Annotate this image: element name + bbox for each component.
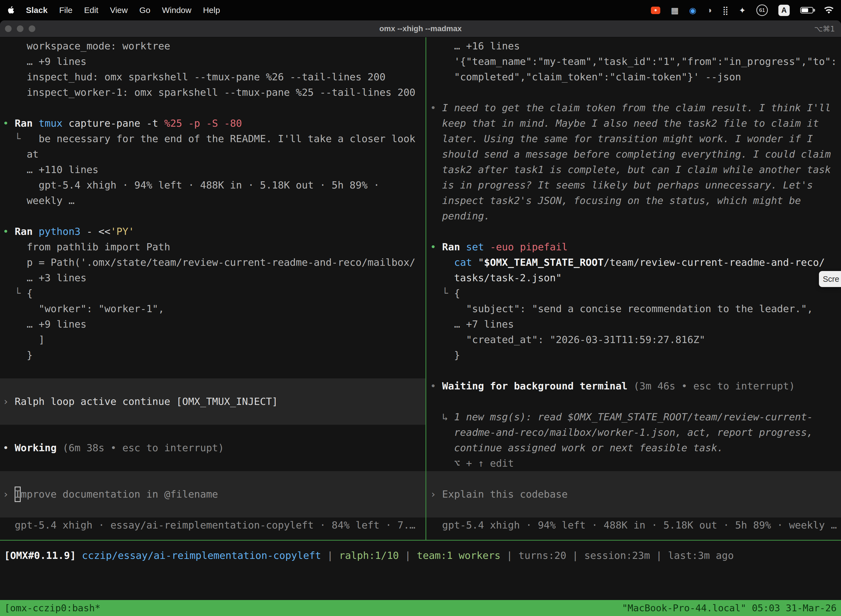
tmux-bottom-pane[interactable]: [OMX#0.11.9] cczip/essay/ai-reimplementa… — [0, 541, 841, 600]
waiting-status: • Waiting for background terminal (3m 46… — [426, 378, 841, 394]
window-title: omx --xhigh --madmax — [0, 24, 841, 33]
terminal-line: … +16 lines — [426, 38, 841, 54]
terminal-line: … +9 lines — [0, 317, 425, 332]
terminal-line: keep that in mind. Maybe I also need the… — [426, 116, 841, 131]
terminal-line: cat "$OMX_TEAM_STATE_ROOT/team/review-cu… — [426, 255, 841, 270]
terminal-line: p = Path('.omx/state/team/review-current… — [0, 255, 425, 270]
spark-app-icon[interactable]: ✦ — [739, 6, 746, 15]
battery-icon[interactable] — [800, 7, 813, 13]
composer-input-right[interactable]: › Explain this codebase — [426, 471, 841, 518]
blank-line — [426, 85, 841, 100]
menu-window[interactable]: Window — [162, 6, 192, 15]
terminal-line: … +7 lines — [426, 317, 841, 332]
blank-line — [0, 363, 425, 378]
menu-help[interactable]: Help — [203, 6, 220, 15]
terminal-line: ] — [0, 332, 425, 348]
dark-circle-app-icon[interactable]: ◑ — [707, 6, 712, 15]
menu-bar-status-icons: ▦ ◉ ◑ ⣿ ✦ 61 A — [651, 4, 834, 16]
command-ran-tmux: • Ran tmux capture-pane -t %25 -p -S -80 — [0, 116, 425, 131]
tmux-panes: workspace_mode: worktree … +9 lines insp… — [0, 37, 841, 541]
apple-icon[interactable] — [7, 6, 14, 14]
assistant-thinking: • I need to get the claim token from the… — [426, 100, 841, 116]
omx-status-line: [OMX#0.11.9] cczip/essay/ai-reimplementa… — [0, 548, 841, 563]
terminal-line: … +9 lines — [0, 54, 425, 69]
terminal-line: continue assigned work or next feasible … — [426, 440, 841, 456]
terminal-line: pending. — [426, 208, 841, 224]
terminal-line: "completed","claim_token":"claim-token"}… — [426, 69, 841, 85]
screen-notification-tooltip: Scre — [819, 271, 841, 287]
terminal-line: "subject": "send a concise recommendatio… — [426, 301, 841, 317]
terminal-window: omx --xhigh --madmax ⌥⌘1 workspace_mode:… — [0, 21, 841, 616]
terminal-line: gpt-5.4 xhigh · 94% left · 488K in · 5.1… — [0, 177, 425, 193]
screen: Slack File Edit View Go Window Help ▦ ◉ … — [0, 0, 841, 616]
terminal-line: inspect task2's JSON, focusing on the st… — [426, 193, 841, 208]
dots-grid-icon[interactable]: ⣿ — [722, 6, 728, 15]
active-app-menu[interactable]: Slack — [26, 6, 47, 15]
edit-shortcut-hint: ⌥ + ↑ edit — [426, 456, 841, 471]
terminal-line: └ { — [0, 286, 425, 301]
terminal-line: tasks/task-2.json" — [426, 270, 841, 286]
terminal-line: inspect_worker-1: omx sparkshell --tmux-… — [0, 85, 425, 100]
menu-edit[interactable]: Edit — [84, 6, 98, 15]
battery-percent-badge[interactable]: 61 — [756, 4, 768, 16]
terminal-line: └ be necessary for the end of the README… — [0, 131, 425, 147]
terminal-line: later. Using the same for transition mig… — [426, 131, 841, 147]
terminal-line: "worker": "worker-1", — [0, 301, 425, 317]
terminal-line: … +3 lines — [0, 270, 425, 286]
composer-input-left[interactable]: › Improve documentation in @filename — [0, 471, 425, 518]
blank-line — [426, 394, 841, 409]
terminal-line: from pathlib import Path — [0, 239, 425, 255]
blank-line — [426, 224, 841, 239]
blank-line — [0, 100, 425, 116]
macos-menu-bar: Slack File Edit View Go Window Help ▦ ◉ … — [0, 0, 841, 21]
blue-orb-app-icon[interactable]: ◉ — [689, 6, 696, 15]
command-ran-set: • Ran set -euo pipefail — [426, 239, 841, 255]
terminal-line: inspect_hud: omx sparkshell --tmux-pane … — [0, 69, 425, 85]
blank-line — [0, 208, 425, 224]
terminal-line: } — [426, 348, 841, 363]
menu-view[interactable]: View — [110, 6, 127, 15]
grid-app-icon[interactable]: ▦ — [671, 6, 678, 15]
token-footer-right: gpt-5.4 xhigh · 94% left · 488K in · 5.1… — [426, 518, 841, 533]
blank-line — [426, 363, 841, 378]
tmux-status-bar: [omx-cczip0:bash* "MacBook-Pro-44.local"… — [0, 600, 841, 616]
tmux-right-pane[interactable]: … +16 lines '{"team_name":"my-team","tas… — [425, 37, 841, 540]
terminal-line: task2 after task1 is complete, but can I… — [426, 162, 841, 177]
command-ran-python3: • Ran python3 - <<'PY' — [0, 224, 425, 239]
terminal-line: is in progress? It seems likely but perh… — [426, 177, 841, 193]
input-source-icon[interactable]: A — [778, 5, 790, 16]
screen-recording-indicator-icon[interactable] — [651, 7, 660, 14]
menu-go[interactable]: Go — [139, 6, 150, 15]
terminal-line: └ { — [426, 286, 841, 301]
menu-file[interactable]: File — [59, 6, 72, 15]
token-footer-left: gpt-5.4 xhigh · essay/ai-reimplementatio… — [0, 518, 425, 533]
terminal-line: readme-and-reco/mailbox/worker-1.json, a… — [426, 425, 841, 440]
ralph-inject-row[interactable]: › Ralph loop active continue [OMX_TMUX_I… — [0, 378, 425, 425]
terminal-line: workspace_mode: worktree — [0, 38, 425, 54]
window-shortcut-hint: ⌥⌘1 — [814, 25, 835, 33]
terminal-line: weekly … — [0, 193, 425, 208]
wifi-icon[interactable] — [824, 7, 834, 14]
menu-bar-left: Slack File Edit View Go Window Help — [7, 6, 220, 15]
terminal-line: '{"team_name":"my-team","task_id":"1","f… — [426, 54, 841, 69]
tmux-left-pane[interactable]: workspace_mode: worktree … +9 lines insp… — [0, 37, 425, 540]
blank-line — [0, 456, 425, 471]
mailbox-hint: ↳ 1 new msg(s): read $OMX_TEAM_STATE_ROO… — [426, 409, 841, 425]
terminal-line: } — [0, 348, 425, 363]
working-status: • Working (6m 38s • esc to interrupt) — [0, 440, 425, 456]
blank-line — [0, 425, 425, 440]
terminal-line: … +110 lines — [0, 162, 425, 177]
window-titlebar[interactable]: omx --xhigh --madmax ⌥⌘1 — [0, 21, 841, 37]
terminal-line: should send a message before completing … — [426, 147, 841, 162]
terminal-line: at — [0, 147, 425, 162]
tmux-host-clock: "MacBook-Pro-44.local" 05:03 31-Mar-26 — [622, 603, 837, 613]
tmux-session-label: [omx-cczip0:bash* — [4, 603, 100, 613]
terminal-line: "created_at": "2026-03-31T11:59:27.816Z" — [426, 332, 841, 348]
